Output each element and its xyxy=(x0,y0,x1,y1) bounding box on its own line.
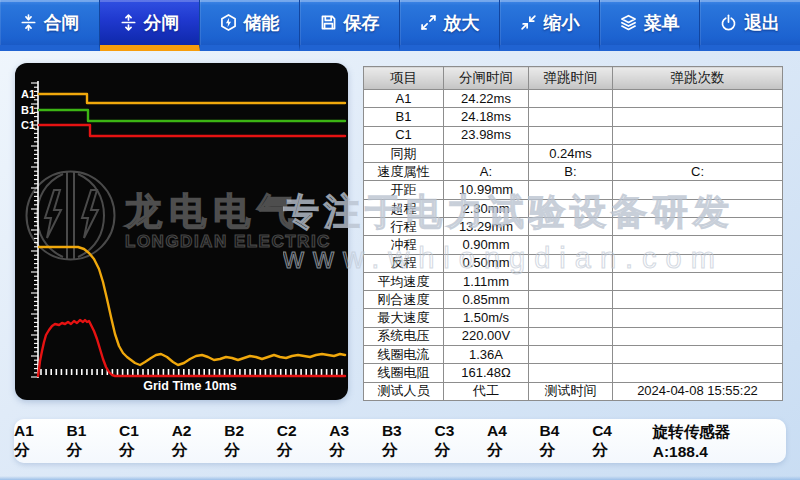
value-cell xyxy=(529,181,613,199)
value-cell: 24.22ms xyxy=(444,90,529,108)
value-cell xyxy=(529,272,613,290)
trace-phase-B1-contact xyxy=(39,110,345,121)
tab-zoom-in[interactable]: 放大 xyxy=(400,0,500,51)
value-cell xyxy=(444,144,529,162)
table-row: 同期0.24ms xyxy=(364,144,783,162)
breaker-close-icon xyxy=(20,14,37,31)
table-row: 测试人员代工测试时间2024-04-08 15:55:22 xyxy=(364,382,783,401)
row-label-cell: C1 xyxy=(364,126,444,144)
value-cell xyxy=(529,291,613,309)
bottom-edge xyxy=(0,476,800,480)
phase-trace-label: A1 xyxy=(21,87,35,101)
table-row: A124.22ms xyxy=(364,90,783,108)
row-label-cell: 系统电压 xyxy=(364,327,444,345)
row-label-cell: A1 xyxy=(364,90,444,108)
table-row: 线圈电阻161.48Ω xyxy=(364,364,783,382)
tab-label: 合闸 xyxy=(44,11,80,35)
row-label-cell: 测试人员 xyxy=(364,382,444,401)
value-cell xyxy=(529,217,613,235)
tab-energy-storage[interactable]: 储能 xyxy=(200,0,300,51)
trace-phase-C1-contact xyxy=(39,125,345,136)
phase-status-item: B4 分 xyxy=(540,422,579,461)
value-cell xyxy=(613,272,783,290)
value-cell xyxy=(613,126,783,144)
table-row: 行程13.29mm xyxy=(364,217,783,235)
value-cell: 220.00V xyxy=(444,327,529,345)
trace-coil-current xyxy=(38,320,345,376)
table-row: 刚合速度0.85mm xyxy=(364,291,783,309)
value-cell: 24.18ms xyxy=(444,108,529,126)
row-label-cell: 超程 xyxy=(364,199,444,217)
row-label-cell: 最大速度 xyxy=(364,309,444,327)
table-row: 速度属性A:B:C: xyxy=(364,163,783,181)
toolbar: 合闸分闸储能保存放大缩小菜单退出 xyxy=(0,0,800,51)
trace-phase-A1-contact xyxy=(39,94,345,103)
results-table: 项目分闸时间弹跳时间弹跳次数A124.22msB124.18msC123.98m… xyxy=(363,66,783,401)
tab-label: 菜单 xyxy=(644,11,680,35)
value-cell: 0.50mm xyxy=(444,254,529,272)
row-label-cell: 速度属性 xyxy=(364,163,444,181)
value-cell xyxy=(613,364,783,382)
table-row: 线圈电流1.36A xyxy=(364,345,783,363)
phase-status-item: A1 分 xyxy=(14,422,53,461)
table-row: C123.98ms xyxy=(364,126,783,144)
value-cell: A: xyxy=(444,163,529,181)
value-cell: 10.99mm xyxy=(444,181,529,199)
value-cell xyxy=(529,108,613,126)
tab-menu[interactable]: 菜单 xyxy=(600,0,700,51)
waveform-plot xyxy=(15,63,348,400)
tab-zoom-out[interactable]: 缩小 xyxy=(500,0,600,51)
tab-close-breaker[interactable]: 合闸 xyxy=(0,0,100,51)
phase-status-item: A3 分 xyxy=(329,422,368,461)
value-cell: 1.50m/s xyxy=(444,309,529,327)
value-cell xyxy=(529,364,613,382)
value-cell xyxy=(613,144,783,162)
value-cell: 0.90mm xyxy=(444,236,529,254)
value-cell xyxy=(613,327,783,345)
zoom-out-icon xyxy=(520,14,537,31)
zoom-in-icon xyxy=(420,14,437,31)
row-label-cell: 平均速度 xyxy=(364,272,444,290)
value-cell xyxy=(529,236,613,254)
value-cell xyxy=(529,309,613,327)
tab-open-breaker[interactable]: 分闸 xyxy=(100,0,200,51)
table-row: B124.18ms xyxy=(364,108,783,126)
phase-status-item: C4 分 xyxy=(592,422,631,461)
value-cell xyxy=(613,199,783,217)
row-label-cell: 反程 xyxy=(364,254,444,272)
value-cell xyxy=(613,254,783,272)
value-cell: 161.48Ω xyxy=(444,364,529,382)
tab-label: 储能 xyxy=(244,11,280,35)
value-cell xyxy=(529,90,613,108)
value-cell xyxy=(613,236,783,254)
row-label-cell: 刚合速度 xyxy=(364,291,444,309)
row-label-cell: B1 xyxy=(364,108,444,126)
table-row: 开距10.99mm xyxy=(364,181,783,199)
tab-label: 缩小 xyxy=(544,11,580,35)
rotation-sensor-reading: 旋转传感器 A:188.4 xyxy=(653,422,786,461)
row-label-cell: 行程 xyxy=(364,217,444,235)
table-row: 超程2.30mm xyxy=(364,199,783,217)
value-cell xyxy=(613,291,783,309)
column-header: 分闸时间 xyxy=(444,67,529,90)
value-cell xyxy=(613,309,783,327)
tab-label: 放大 xyxy=(444,11,480,35)
row-label-cell: 同期 xyxy=(364,144,444,162)
value-cell: 2024-04-08 15:55:22 xyxy=(613,382,783,401)
energy-icon xyxy=(220,14,237,31)
table-row: 反程0.50mm xyxy=(364,254,783,272)
value-cell: 2.30mm xyxy=(444,199,529,217)
value-cell: 1.11mm xyxy=(444,272,529,290)
phase-trace-label: B1 xyxy=(21,103,35,117)
value-cell xyxy=(613,217,783,235)
tab-save[interactable]: 保存 xyxy=(300,0,400,51)
value-cell xyxy=(529,126,613,144)
tab-label: 分闸 xyxy=(144,11,180,35)
tab-exit[interactable]: 退出 xyxy=(700,0,800,51)
value-cell: 1.36A xyxy=(444,345,529,363)
value-cell: B: xyxy=(529,163,613,181)
value-cell xyxy=(613,90,783,108)
value-cell: 0.85mm xyxy=(444,291,529,309)
phase-status-item: B1 分 xyxy=(67,422,106,461)
menu-icon xyxy=(620,14,637,31)
